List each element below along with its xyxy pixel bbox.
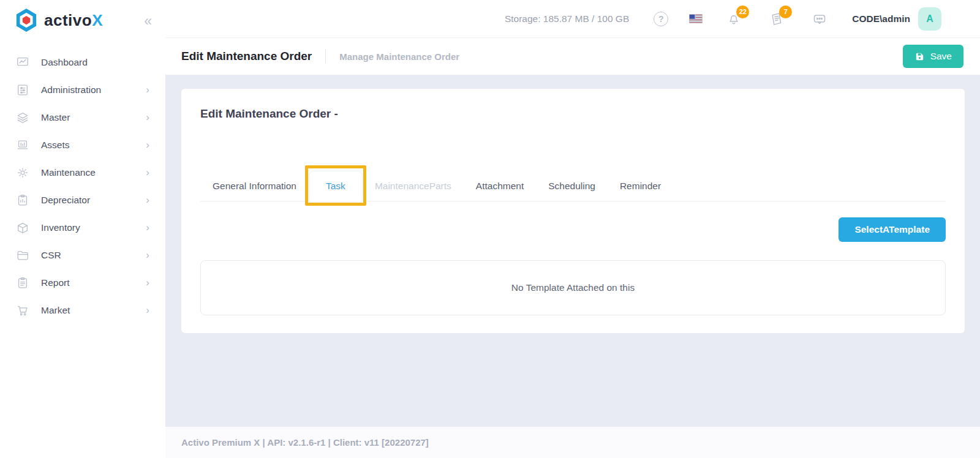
sidebar-item-assets[interactable]: Assets › xyxy=(0,131,165,159)
cart-icon xyxy=(16,304,29,317)
layers-icon xyxy=(16,111,29,124)
sidebar: activoX « Dashboard Administration › Mas… xyxy=(0,0,165,458)
news-icon[interactable]: 7 xyxy=(769,11,785,27)
sidebar-item-label: Master xyxy=(41,112,70,123)
footer-version-text: Activo Premium X | API: v2.1.6-r1 | Clie… xyxy=(181,437,429,448)
app-footer: Activo Premium X | API: v2.1.6-r1 | Clie… xyxy=(165,427,980,458)
no-template-panel: No Template Attached on this xyxy=(200,260,946,315)
save-floppy-icon xyxy=(914,51,925,62)
sidebar-item-csr[interactable]: CSR › xyxy=(0,241,165,269)
help-icon[interactable]: ? xyxy=(654,12,668,26)
chevron-right-icon: › xyxy=(146,140,149,150)
save-button[interactable]: Save xyxy=(903,45,963,68)
chevron-right-icon: › xyxy=(146,112,149,122)
select-a-template-button[interactable]: SelectATemplate xyxy=(839,217,946,242)
sidebar-item-market[interactable]: Market › xyxy=(0,296,165,324)
sidebar-item-report[interactable]: Report › xyxy=(0,269,165,296)
sidebar-item-inventory[interactable]: Inventory › xyxy=(0,214,165,241)
user-avatar[interactable]: A xyxy=(918,7,941,31)
language-flag-icon[interactable] xyxy=(688,11,704,27)
chevron-right-icon: › xyxy=(146,167,149,178)
news-count-badge: 7 xyxy=(779,6,792,18)
sidebar-item-label: Assets xyxy=(41,140,70,151)
save-button-label: Save xyxy=(930,51,952,62)
sidebar-item-label: Administration xyxy=(41,84,101,96)
brand-name: activoX xyxy=(44,11,103,30)
sidebar-item-depreciator[interactable]: Depreciator › xyxy=(0,186,165,214)
report-icon xyxy=(16,276,29,290)
sidebar-item-label: Depreciator xyxy=(41,195,90,206)
page-title: Edit Maintenance Order xyxy=(181,50,312,63)
administration-icon xyxy=(16,83,29,97)
sidebar-item-administration[interactable]: Administration › xyxy=(0,76,165,103)
tab-general-information[interactable]: General Information xyxy=(200,171,309,201)
package-icon xyxy=(16,221,29,235)
card-title: Edit Maintenance Order - xyxy=(181,89,965,121)
chevron-right-icon: › xyxy=(146,195,149,205)
tab-task[interactable]: Task xyxy=(309,171,363,204)
sidebar-item-master[interactable]: Master › xyxy=(0,103,165,131)
tab-maintenance-parts[interactable]: MaintenanceParts xyxy=(363,171,464,201)
notifications-bell-icon[interactable]: 22 xyxy=(726,11,742,27)
dashboard-icon xyxy=(16,56,29,69)
tab-reminder[interactable]: Reminder xyxy=(608,171,673,201)
tab-scheduling[interactable]: Scheduling xyxy=(536,171,608,201)
chat-icon[interactable] xyxy=(812,11,827,27)
logo-row: activoX « xyxy=(0,0,165,32)
sidebar-item-maintenance[interactable]: Maintenance › xyxy=(0,159,165,186)
gear-icon xyxy=(16,166,29,179)
sidebar-item-label: Dashboard xyxy=(41,57,88,68)
tab-bar: General Information Task MaintenancePart… xyxy=(200,171,946,201)
folder-icon xyxy=(16,249,29,262)
tab-attachment[interactable]: Attachment xyxy=(464,171,536,201)
storage-indicator: Storage: 185.87 MB / 100 GB xyxy=(505,13,629,24)
sidebar-item-label: Market xyxy=(41,305,70,316)
username-label[interactable]: CODE\admin xyxy=(852,13,910,24)
top-header: Storage: 185.87 MB / 100 GB ? 22 7 CODE\… xyxy=(165,0,980,38)
no-template-message: No Template Attached on this xyxy=(511,282,635,293)
title-divider xyxy=(325,49,326,64)
page-title-bar: Edit Maintenance Order Manage Maintenanc… xyxy=(165,38,980,75)
edit-maintenance-order-card: Edit Maintenance Order - General Informa… xyxy=(181,89,965,333)
chevron-right-icon: › xyxy=(146,222,149,233)
clipboard-chart-icon xyxy=(16,193,29,207)
sidebar-item-label: Inventory xyxy=(41,222,80,233)
notification-count-badge: 22 xyxy=(736,6,749,18)
sidebar-item-dashboard[interactable]: Dashboard xyxy=(0,48,165,76)
breadcrumb: Manage Maintenance Order xyxy=(339,51,459,62)
chevron-right-icon: › xyxy=(146,305,149,315)
content-area: Edit Maintenance Order - General Informa… xyxy=(165,75,980,427)
assets-icon xyxy=(16,138,29,152)
sidebar-nav: Dashboard Administration › Master › Asse… xyxy=(0,48,165,324)
activo-logo-icon xyxy=(15,8,38,32)
chevron-right-icon: › xyxy=(146,84,149,95)
template-button-row: SelectATemplate xyxy=(200,217,946,242)
chevron-right-icon: › xyxy=(146,277,149,288)
sidebar-item-label: Report xyxy=(41,277,70,288)
tab-task-label: Task xyxy=(326,181,345,191)
sidebar-item-label: Maintenance xyxy=(41,167,96,178)
chevron-right-icon: › xyxy=(146,250,149,260)
sidebar-collapse-icon[interactable]: « xyxy=(144,13,152,28)
sidebar-item-label: CSR xyxy=(41,250,61,261)
